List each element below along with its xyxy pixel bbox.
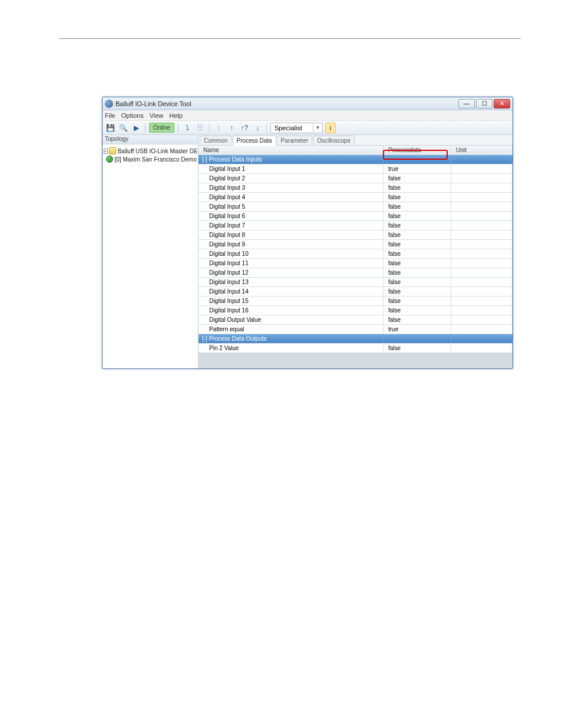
table-row[interactable]: Digital Input 5false	[199, 202, 513, 212]
cell-unit	[451, 297, 513, 305]
table-row[interactable]: Digital Input 11false	[199, 259, 513, 268]
tree-node-master[interactable]: − Balluff USB IO-Link Master DE (COM15)	[104, 147, 197, 155]
close-button[interactable]: ✕	[494, 99, 510, 108]
cell-processdata: false	[384, 278, 451, 286]
search-icon[interactable]: 🔍	[118, 123, 128, 133]
download-icon[interactable]: ⤵	[182, 123, 193, 133]
cell-unit	[451, 221, 513, 230]
tab-common[interactable]: Common	[200, 136, 232, 145]
cell-name: Digital Input 8	[199, 230, 384, 239]
tree-node-device[interactable]: [0] Maxim San Francisco Demo	[104, 155, 197, 163]
cell-unit	[451, 164, 513, 173]
cell-unit	[451, 259, 513, 268]
bottom-pane	[199, 353, 513, 368]
cell-unit	[451, 287, 513, 296]
col-processdata[interactable]: Processdata	[384, 146, 451, 154]
table-row[interactable]: Digital Input 4false	[199, 193, 513, 202]
table-row[interactable]: Digital Input 12false	[199, 268, 513, 278]
online-status[interactable]: Online	[149, 123, 174, 133]
window-controls: — ☐ ✕	[458, 99, 510, 108]
table-row[interactable]: Digital Input 1true	[199, 164, 513, 174]
table-row[interactable]: Digital Input 15false	[199, 297, 513, 306]
table-row[interactable]: Digital Input 8false	[199, 230, 513, 240]
cell-unit	[451, 174, 513, 183]
folder-icon	[109, 147, 116, 154]
cell-unit	[451, 193, 513, 202]
table-row[interactable]: Digital Input 7false	[199, 221, 513, 230]
separator	[209, 123, 210, 133]
cell-processdata: false	[384, 202, 451, 211]
table-row[interactable]: Digital Input 2false	[199, 174, 513, 183]
cell-name: Digital Output Value	[199, 315, 384, 324]
cell-unit	[451, 344, 513, 353]
topology-header: Topology	[103, 135, 198, 144]
app-icon	[105, 100, 113, 108]
user-role-select[interactable]: Specialist ▼	[270, 123, 323, 133]
tab-process-data[interactable]: Process Data	[233, 136, 276, 146]
col-unit[interactable]: Unit	[451, 146, 513, 154]
info-icon[interactable]: i	[325, 123, 336, 133]
right-panel: Common Process Data Parameter Oscillosco…	[199, 135, 513, 368]
menu-options[interactable]: Options	[121, 112, 144, 119]
tab-oscilloscope[interactable]: Oscilloscope	[313, 136, 355, 145]
topology-panel: Topology − Balluff USB IO-Link Master DE…	[103, 135, 199, 368]
table-group-row[interactable]: [-] Process Data Outputs	[199, 334, 513, 344]
save-icon[interactable]: 💾	[105, 123, 115, 133]
group-pd	[384, 334, 451, 343]
cell-unit	[451, 183, 513, 192]
tab-parameter[interactable]: Parameter	[277, 136, 313, 145]
table-group-row[interactable]: [-] Process Data Inputs	[199, 155, 513, 164]
cell-processdata: false	[384, 315, 451, 324]
table-row[interactable]: Digital Input 10false	[199, 249, 513, 259]
cell-name: Digital Input 3	[199, 183, 384, 192]
minimize-button[interactable]: —	[458, 99, 475, 108]
cell-name: Digital Input 2	[199, 174, 384, 183]
user-role-value: Specialist	[271, 124, 313, 131]
table-row[interactable]: Digital Input 16false	[199, 306, 513, 315]
cell-processdata: false	[384, 212, 451, 220]
down-arrow-icon[interactable]: ↓	[252, 123, 263, 133]
page-rule	[59, 38, 521, 39]
separator	[266, 123, 267, 133]
up-arrow-icon[interactable]: ↑	[226, 123, 237, 133]
table-row[interactable]: Pin 2 Valuefalse	[199, 344, 513, 353]
menu-bar: File Options View Help	[103, 110, 513, 121]
table-row[interactable]: Digital Input 14false	[199, 287, 513, 297]
cell-processdata: false	[384, 344, 451, 353]
cell-unit	[451, 325, 513, 334]
group-label: [-] Process Data Outputs	[199, 334, 384, 343]
cell-processdata: false	[384, 221, 451, 230]
table-row[interactable]: Digital Input 9false	[199, 240, 513, 249]
collapse-icon[interactable]: −	[104, 149, 108, 154]
table-row[interactable]: Digital Output Valuefalse	[199, 315, 513, 325]
chevron-down-icon[interactable]: ▼	[313, 123, 322, 133]
table-body: [-] Process Data InputsDigital Input 1tr…	[199, 155, 513, 353]
col-name[interactable]: Name	[199, 146, 384, 154]
tree-icon: ☷	[195, 123, 206, 133]
maximize-button[interactable]: ☐	[476, 99, 492, 108]
cell-unit	[451, 212, 513, 220]
cell-processdata: false	[384, 297, 451, 305]
table-row[interactable]: Digital Input 3false	[199, 183, 513, 193]
cell-processdata: true	[384, 164, 451, 173]
step-icon: ↕	[213, 123, 224, 133]
table-row[interactable]: Digital Input 13false	[199, 278, 513, 287]
table-header: Name Processdata Unit	[199, 146, 513, 155]
app-window: Balluff IO-Link Device Tool — ☐ ✕ File O…	[102, 97, 513, 369]
table-row[interactable]: Digital Input 6false	[199, 212, 513, 221]
table-row[interactable]: Pattern equaltrue	[199, 325, 513, 334]
menu-help[interactable]: Help	[169, 112, 183, 119]
menu-file[interactable]: File	[105, 112, 115, 119]
cell-unit	[451, 240, 513, 249]
cell-name: Digital Input 9	[199, 240, 384, 249]
separator	[145, 123, 146, 133]
cell-processdata: false	[384, 183, 451, 192]
plug-icon[interactable]: ▶	[131, 123, 141, 133]
tree-node-label: [0] Maxim San Francisco Demo	[115, 156, 197, 163]
menu-view[interactable]: View	[150, 112, 164, 119]
up-question-icon[interactable]: ↑?	[239, 123, 250, 133]
cell-unit	[451, 230, 513, 239]
tool-bar: 💾 🔍 ▶ Online ⤵ ☷ ↕ ↑ ↑? ↓ Specialist ▼ i	[103, 121, 513, 135]
cell-name: Digital Input 15	[199, 297, 384, 305]
cell-name: Pin 2 Value	[199, 344, 384, 353]
